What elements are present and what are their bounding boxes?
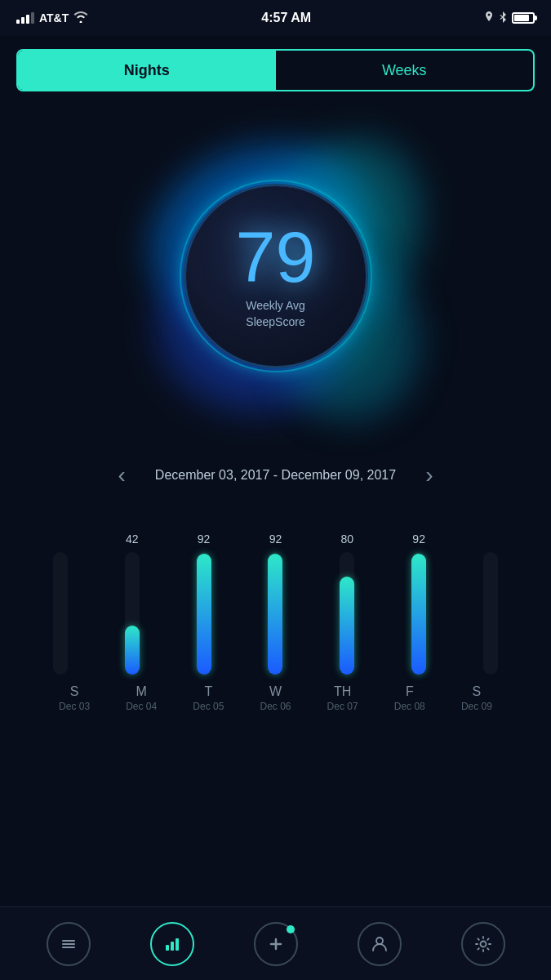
signal-icon — [16, 12, 34, 24]
time-label: 4:57 AM — [261, 11, 311, 25]
score-ring — [180, 180, 372, 372]
day-label: SDec 03 — [41, 684, 108, 712]
day-label: SDec 09 — [443, 684, 510, 712]
day-labels: SDec 03MDec 04TDec 05WDec 06THDec 07FDec… — [16, 675, 535, 712]
bar-wrap — [268, 552, 282, 675]
score-circle: 79 Weekly Avg SleepScore — [186, 186, 366, 366]
next-week-button[interactable]: › — [412, 456, 446, 495]
location-icon — [484, 11, 494, 25]
status-left: AT&T — [16, 11, 88, 25]
nav-profile-circle — [358, 922, 402, 966]
nav-list-button[interactable] — [47, 922, 91, 966]
bar-value: 92 — [412, 532, 425, 546]
day-abbr: M — [108, 684, 175, 699]
add-dot — [287, 925, 295, 933]
battery-icon — [512, 12, 535, 24]
bar-bg — [53, 552, 68, 675]
day-label: MDec 04 — [108, 684, 175, 712]
svg-rect-3 — [166, 945, 169, 951]
score-section: 79 Weekly Avg SleepScore — [0, 105, 551, 448]
tab-weeks[interactable]: Weeks — [276, 51, 534, 90]
day-date: Dec 03 — [41, 701, 108, 712]
tab-switcher: Nights Weeks — [16, 49, 535, 91]
svg-rect-2 — [62, 947, 75, 948]
bar-item: 42 — [125, 532, 140, 675]
svg-point-9 — [480, 941, 486, 947]
bar-wrap — [197, 552, 211, 675]
bar-value: 80 — [341, 532, 354, 546]
gear-icon — [473, 933, 494, 955]
svg-rect-5 — [176, 938, 179, 951]
add-icon — [265, 933, 287, 955]
nav-chart-circle — [150, 922, 194, 966]
nav-add-button[interactable] — [254, 922, 298, 966]
nav-list-circle — [47, 922, 91, 966]
bar-wrap — [483, 552, 498, 675]
day-abbr: TH — [309, 684, 376, 699]
day-date: Dec 04 — [108, 701, 175, 712]
prev-week-button[interactable]: ‹ — [105, 456, 139, 495]
day-date: Dec 09 — [443, 701, 510, 712]
day-label: WDec 06 — [242, 684, 309, 712]
day-date: Dec 06 — [242, 701, 309, 712]
nav-chart-button[interactable] — [150, 922, 194, 966]
status-bar: AT&T 4:57 AM — [0, 0, 551, 36]
list-icon — [58, 933, 79, 955]
bar-fill — [125, 626, 140, 675]
bar-wrap — [411, 552, 426, 675]
bar-wrap — [53, 552, 68, 675]
day-date: Dec 05 — [175, 701, 242, 712]
bar-item: 80 — [340, 532, 354, 675]
day-date: Dec 07 — [309, 701, 376, 712]
nav-settings-circle — [461, 922, 505, 966]
date-range-label: December 03, 2017 - December 09, 2017 — [155, 468, 396, 483]
day-abbr: F — [376, 684, 443, 699]
profile-icon — [369, 933, 390, 955]
bar-value: 92 — [198, 532, 211, 546]
svg-rect-4 — [171, 942, 174, 951]
svg-point-8 — [376, 938, 383, 944]
status-right — [484, 11, 535, 25]
tab-nights[interactable]: Nights — [18, 51, 276, 90]
day-abbr: S — [41, 684, 108, 699]
day-abbr: S — [443, 684, 510, 699]
chart-icon — [162, 933, 183, 955]
bar-fill — [268, 554, 282, 675]
bluetooth-icon — [499, 11, 507, 25]
day-abbr: T — [175, 684, 242, 699]
bar-item — [483, 546, 498, 675]
bar-wrap — [125, 552, 140, 675]
bars-container: 4292928092 — [16, 511, 535, 675]
chart-section: 4292928092 SDec 03MDec 04TDec 05WDec 06T… — [0, 503, 551, 715]
wifi-icon — [73, 11, 88, 25]
bar-fill — [340, 577, 354, 675]
bottom-navigation — [0, 906, 551, 980]
bar-item: 92 — [268, 532, 282, 675]
svg-rect-1 — [62, 943, 75, 945]
bar-fill — [411, 554, 426, 675]
nav-profile-button[interactable] — [358, 922, 402, 966]
bar-bg — [483, 552, 498, 675]
bar-wrap — [340, 552, 354, 675]
day-abbr: W — [242, 684, 309, 699]
day-label: FDec 08 — [376, 684, 443, 712]
bar-item: 92 — [197, 532, 211, 675]
bar-value: 92 — [269, 532, 282, 546]
bar-item: 92 — [411, 532, 426, 675]
day-date: Dec 08 — [376, 701, 443, 712]
bar-value: 42 — [126, 532, 139, 546]
day-label: TDec 05 — [175, 684, 242, 712]
day-label: THDec 07 — [309, 684, 376, 712]
bar-fill — [197, 554, 211, 675]
date-navigation: ‹ December 03, 2017 - December 09, 2017 … — [0, 448, 551, 503]
carrier-label: AT&T — [39, 11, 69, 24]
nav-settings-button[interactable] — [461, 922, 505, 966]
svg-rect-0 — [62, 940, 75, 942]
bar-item — [53, 546, 68, 675]
